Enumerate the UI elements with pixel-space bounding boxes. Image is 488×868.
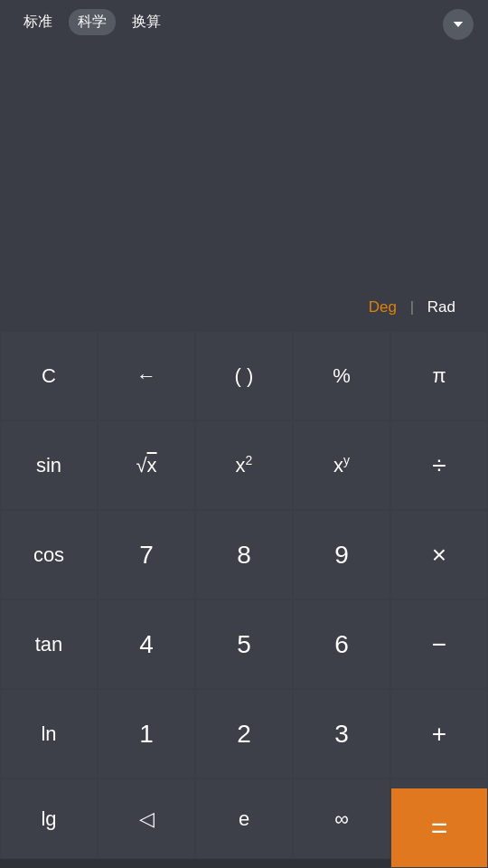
arrow-left-button[interactable]: ◁ [98, 778, 195, 859]
paren-button[interactable]: ( ) [195, 331, 293, 420]
clear-button[interactable]: C [0, 331, 98, 420]
log-button[interactable]: lg [0, 778, 98, 859]
deg-rad-separator: | [406, 298, 427, 316]
multiply-button[interactable]: × [390, 510, 488, 599]
nav-convert[interactable]: 换算 [123, 9, 170, 35]
8-button[interactable]: 8 [195, 510, 293, 599]
cos-button[interactable]: cos [0, 510, 98, 599]
power-button[interactable]: xy [293, 420, 390, 510]
2-button[interactable]: 2 [195, 689, 293, 778]
percent-button[interactable]: % [293, 331, 390, 420]
3-button[interactable]: 3 [293, 689, 390, 778]
4-button[interactable]: 4 [98, 599, 195, 689]
collapse-button[interactable] [443, 9, 474, 40]
top-nav: 标准 科学 换算 [0, 0, 488, 44]
7-button[interactable]: 7 [98, 510, 195, 599]
1-button[interactable]: 1 [98, 689, 195, 778]
nav-science[interactable]: 科学 [69, 9, 116, 35]
add-button[interactable]: + [390, 689, 488, 778]
deg-label[interactable]: Deg [369, 298, 406, 316]
deg-rad-row: Deg | Rad [369, 293, 470, 322]
rad-label[interactable]: Rad [427, 298, 455, 316]
euler-button[interactable]: e [195, 778, 293, 859]
display-area: Deg | Rad [0, 44, 488, 331]
6-button[interactable]: 6 [293, 599, 390, 689]
tan-button[interactable]: tan [0, 599, 98, 689]
equals-button[interactable]: = [390, 788, 488, 868]
subtract-button[interactable]: − [390, 599, 488, 689]
ln-button[interactable]: ln [0, 689, 98, 778]
equals-label: = [431, 811, 448, 844]
nav-standard[interactable]: 标准 [14, 9, 61, 35]
sin-button[interactable]: sin [0, 420, 98, 510]
pi-button[interactable]: π [390, 331, 488, 420]
5-button[interactable]: 5 [195, 599, 293, 689]
square-button[interactable]: x2 [195, 420, 293, 510]
backspace-button[interactable]: ← [98, 331, 195, 420]
collapse-icon [450, 16, 466, 33]
9-button[interactable]: 9 [293, 510, 390, 599]
infinity-button[interactable]: ∞ [293, 778, 390, 859]
divide-button[interactable]: ÷ [390, 420, 488, 510]
sqrt-button[interactable]: √x [98, 420, 195, 510]
